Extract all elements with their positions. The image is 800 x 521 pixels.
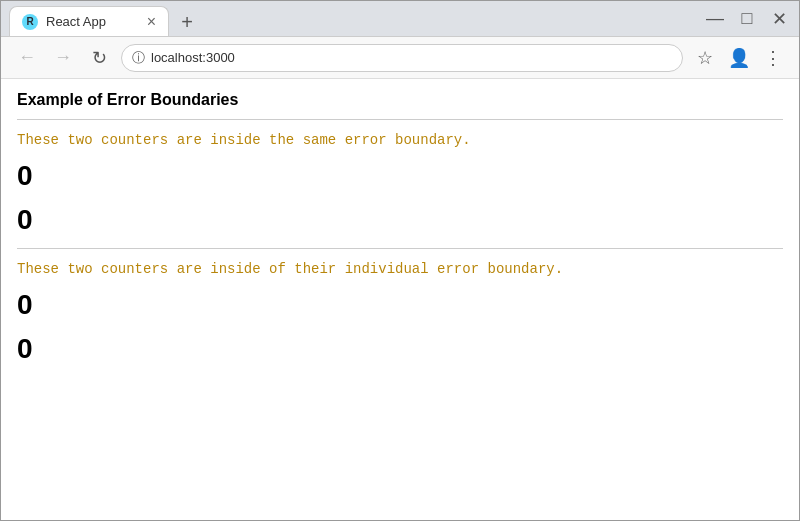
- tab-close-button[interactable]: ×: [147, 14, 156, 30]
- address-bar[interactable]: ⓘ localhost:3000: [121, 44, 683, 72]
- profile-icon[interactable]: 👤: [725, 44, 753, 72]
- tab-area: R React App × +: [9, 1, 699, 36]
- browser-window: R React App × + — □ ✕ ← → ↻ ⓘ localhost:…: [0, 0, 800, 521]
- new-tab-button[interactable]: +: [173, 8, 201, 36]
- menu-icon[interactable]: ⋮: [759, 44, 787, 72]
- back-button[interactable]: ←: [13, 44, 41, 72]
- section1-counter1: 0: [17, 160, 783, 192]
- nav-bar: ← → ↻ ⓘ localhost:3000 ☆ 👤 ⋮: [1, 37, 799, 79]
- section-divider-2: [17, 248, 783, 249]
- tab-favicon: R: [22, 14, 38, 30]
- reload-button[interactable]: ↻: [85, 44, 113, 72]
- close-button[interactable]: ✕: [767, 7, 791, 31]
- nav-right-icons: ☆ 👤 ⋮: [691, 44, 787, 72]
- page-heading: Example of Error Boundaries: [17, 91, 783, 109]
- window-controls: — □ ✕: [703, 7, 791, 31]
- page-content: Example of Error Boundaries These two co…: [1, 79, 799, 520]
- address-lock-icon: ⓘ: [132, 49, 145, 67]
- section2-counter2: 0: [17, 333, 783, 365]
- maximize-button[interactable]: □: [735, 7, 759, 31]
- address-url: localhost:3000: [151, 50, 235, 65]
- tab-title: React App: [46, 14, 139, 29]
- section2-description: These two counters are inside of their i…: [17, 261, 783, 277]
- title-bar: R React App × + — □ ✕: [1, 1, 799, 37]
- forward-button[interactable]: →: [49, 44, 77, 72]
- browser-tab[interactable]: R React App ×: [9, 6, 169, 36]
- section-divider-1: [17, 119, 783, 120]
- section1-description: These two counters are inside the same e…: [17, 132, 783, 148]
- section1-counter2: 0: [17, 204, 783, 236]
- bookmark-icon[interactable]: ☆: [691, 44, 719, 72]
- section2-counter1: 0: [17, 289, 783, 321]
- minimize-button[interactable]: —: [703, 7, 727, 31]
